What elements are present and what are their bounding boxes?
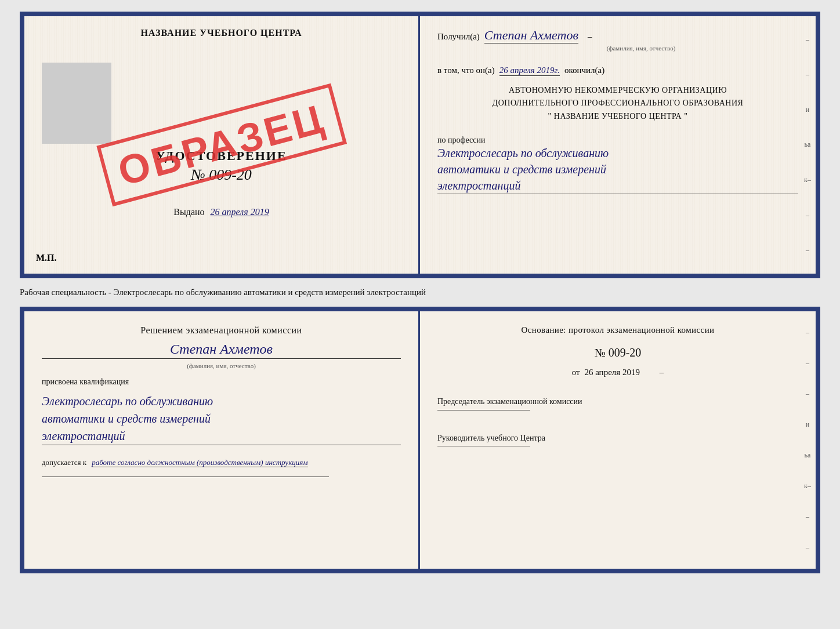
protocol-date-value: 26 апреля 2019 <box>584 368 640 377</box>
photo-placeholder <box>42 63 111 144</box>
profession-line3: электростанций <box>437 177 798 194</box>
diploma-right-panel: Получил(а) Степан Ахметов – (фамилия, им… <box>420 16 816 274</box>
decision-text: Решением экзаменационной комиссии <box>42 325 401 336</box>
school-title-top: НАЗВАНИЕ УЧЕБНОГО ЦЕНТРА <box>140 28 302 38</box>
director-label: Руководитель учебного Центра <box>437 432 798 444</box>
qual-line3: электростанций <box>42 427 401 445</box>
admission-prefix: допускается к <box>42 458 86 467</box>
profession-line1: Электрослесарь по обслуживанию <box>437 145 798 161</box>
fio-hint-bottom: (фамилия, имя, отчество) <box>42 362 401 369</box>
fio-hint-top: (фамилия, имя, отчество) <box>484 45 798 52</box>
director-signature-line <box>437 446 530 446</box>
top-diploma: НАЗВАНИЕ УЧЕБНОГО ЦЕНТРА УДОСТОВЕРЕНИЕ №… <box>20 12 820 278</box>
issued-date: Выдано 26 апреля 2019 <box>173 207 269 217</box>
completed-suffix: окончил(а) <box>564 66 604 75</box>
org-block: АВТОНОМНУЮ НЕКОММЕРЧЕСКУЮ ОРГАНИЗАЦИЮ ДО… <box>437 84 798 123</box>
org-line1: АВТОНОМНУЮ НЕКОММЕРЧЕСКУЮ ОРГАНИЗАЦИЮ <box>437 84 798 97</box>
profession-label: по профессии <box>437 136 798 145</box>
chairman-block: Председатель экзаменационной комиссии <box>437 390 798 410</box>
in-that-prefix: в том, что он(а) <box>437 66 495 75</box>
mp-label: М.П. <box>36 253 57 263</box>
chairman-signature-line <box>437 410 530 410</box>
admission-line <box>42 477 329 477</box>
protocol-number: № 009-20 <box>437 346 798 359</box>
qual-line1: Электрослесарь по обслуживанию <box>42 392 401 410</box>
org-line2: ДОПОЛНИТЕЛЬНОГО ПРОФЕССИОНАЛЬНОГО ОБРАЗО… <box>437 97 798 110</box>
side-decoration-bottom: –––иьак––– <box>799 311 816 569</box>
qual-line2: автоматики и средств измерений <box>42 410 401 427</box>
completed-row: в том, что он(а) 26 апреля 2019г. окончи… <box>437 66 798 76</box>
chairman-label: Председатель экзаменационной комиссии <box>437 396 798 408</box>
admission-row: допускается к работе согласно должностны… <box>42 457 401 467</box>
person-name-bottom: Степан Ахметов <box>42 341 401 359</box>
subtitle-text: Рабочая специальность - Электрослесарь п… <box>20 285 820 300</box>
completed-date: 26 апреля 2019г. <box>499 66 560 76</box>
cert-info: УДОСТОВЕРЕНИЕ № 009-20 <box>155 137 287 184</box>
received-name: Степан Ахметов <box>484 28 578 43</box>
profession-value: Электрослесарь по обслуживанию автоматик… <box>437 145 798 194</box>
org-line3: " НАЗВАНИЕ УЧЕБНОГО ЦЕНТРА " <box>437 110 798 123</box>
certificate-label: УДОСТОВЕРЕНИЕ <box>155 148 287 163</box>
issued-prefix: Выдано <box>173 207 204 217</box>
received-row: Получил(а) Степан Ахметов – (фамилия, им… <box>437 28 798 52</box>
bottom-left-panel: Решением экзаменационной комиссии Степан… <box>24 311 420 569</box>
profession-line2: автоматики и средств измерений <box>437 161 798 177</box>
profession-block: по профессии Электрослесарь по обслужива… <box>437 136 798 194</box>
issued-value: 26 апреля 2019 <box>211 207 269 217</box>
diploma-left-panel: НАЗВАНИЕ УЧЕБНОГО ЦЕНТРА УДОСТОВЕРЕНИЕ №… <box>24 16 420 274</box>
director-block: Руководитель учебного Центра <box>437 424 798 447</box>
admission-value: работе согласно должностным (производств… <box>92 458 307 467</box>
received-prefix: Получил(а) <box>437 32 480 42</box>
protocol-date: от 26 апреля 2019 – <box>437 368 798 377</box>
qualification-label: присвоена квалификация <box>42 377 401 387</box>
certificate-number: № 009-20 <box>155 166 287 184</box>
bottom-diploma: Решением экзаменационной комиссии Степан… <box>20 307 820 573</box>
basis-text: Основание: протокол экзаменационной коми… <box>437 325 798 335</box>
protocol-date-prefix: от <box>572 368 580 377</box>
qualification-value: Электрослесарь по обслуживанию автоматик… <box>42 392 401 445</box>
side-decoration-top: ––иьак––– <box>799 16 816 274</box>
bottom-right-panel: Основание: протокол экзаменационной коми… <box>420 311 816 569</box>
